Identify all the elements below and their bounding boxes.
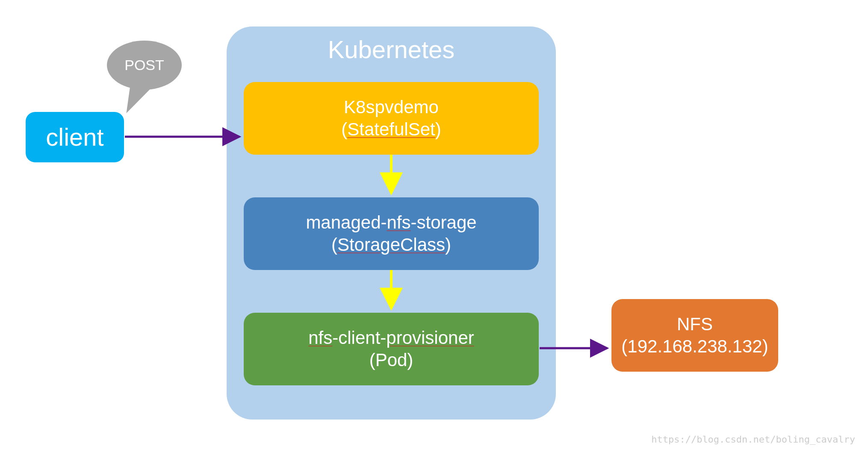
nfs-client-line1: nfs-client-provisioner: [308, 327, 474, 349]
kubernetes-title: Kubernetes: [227, 34, 556, 65]
kubernetes-container: Kubernetes K8spvdemo (StatefulSet) manag…: [227, 26, 556, 420]
nfs-storage-box: managed-nfs-storage (StorageClass): [244, 197, 539, 270]
nfs-server-box: NFS (192.168.238.132): [611, 299, 778, 372]
watermark: https://blog.csdn.net/boling_cavalry: [651, 434, 855, 445]
nfs-storage-l2-post: ): [445, 235, 451, 255]
k8spvdemo-l2-mid: StatefulSet: [347, 119, 435, 139]
speech-bubble: POST: [107, 41, 182, 90]
nfs-client-l1-mid1: -client-: [332, 328, 386, 348]
nfs-storage-line2: (StorageClass): [331, 234, 451, 256]
nfs-storage-l1-mid: nfs: [387, 212, 411, 232]
nfs-client-line2: (Pod): [369, 349, 413, 372]
nfs-storage-line1: managed-nfs-storage: [306, 211, 476, 234]
speech-bubble-label: POST: [124, 57, 164, 73]
k8spvdemo-l2-pre: (: [341, 119, 347, 139]
nfs-storage-l2-mid: StorageClass: [337, 235, 445, 255]
nfs-server-line1: NFS: [677, 313, 713, 336]
nfs-storage-l1-post: -storage: [411, 212, 477, 232]
client-label: client: [46, 122, 103, 153]
nfs-client-box: nfs-client-provisioner (Pod): [244, 313, 539, 385]
client-box: client: [26, 112, 124, 162]
nfs-server-line2: (192.168.238.132): [621, 335, 768, 358]
k8spvdemo-l2-post: ): [435, 119, 441, 139]
nfs-client-l1-mid2: provisioner: [386, 328, 474, 348]
speech-bubble-tail: [126, 85, 154, 113]
nfs-client-l1-pre: nfs: [308, 328, 332, 348]
k8spvdemo-line2: (StatefulSet): [341, 118, 441, 141]
k8spvdemo-box: K8spvdemo (StatefulSet): [244, 82, 539, 155]
nfs-storage-l2-pre: (: [331, 235, 337, 255]
k8spvdemo-line1: K8spvdemo: [344, 96, 439, 119]
nfs-storage-l1-pre: managed-: [306, 212, 387, 232]
